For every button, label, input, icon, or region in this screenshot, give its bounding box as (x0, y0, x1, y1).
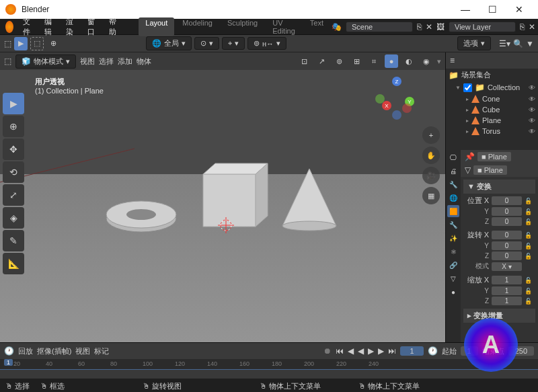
cursor-tool[interactable]: ⊕ (3, 116, 24, 137)
tl-keying[interactable]: 抠像(插帧) (37, 346, 71, 356)
shading-rendered-icon[interactable]: ◉ (420, 54, 433, 68)
outliner-item[interactable]: ▸Plane👁 (446, 115, 538, 126)
minimize-button[interactable]: — (452, 0, 479, 19)
editor-type-icon[interactable]: ⬚ (4, 39, 11, 48)
measure-tool[interactable]: 📐 (3, 253, 24, 274)
lock-icon[interactable]: 🔓 (525, 232, 533, 239)
menu-window[interactable]: 窗口 (82, 15, 102, 38)
visibility-toggle[interactable]: 👁 (529, 95, 535, 103)
visibility-toggle[interactable]: 👁 (529, 117, 535, 124)
playhead[interactable]: 1 (4, 359, 13, 366)
expand-icon[interactable]: ▼ (455, 85, 461, 91)
axis-x[interactable]: X (382, 101, 391, 110)
ptab-physics[interactable]: ⚛ (447, 245, 459, 258)
loc-x-field[interactable]: 0 (492, 196, 522, 205)
rot-z-field[interactable]: 0 (492, 251, 522, 260)
scene-selector[interactable]: Scene (346, 22, 413, 32)
ptab-data[interactable]: ▽ (447, 272, 459, 284)
scene-new-icon[interactable]: ⎘ (417, 22, 422, 32)
layer-delete-icon[interactable]: ✕ (529, 22, 535, 32)
ptab-object[interactable]: 🟧 (447, 205, 459, 217)
expand-icon[interactable]: ▸ (466, 96, 469, 102)
timeline-type-icon[interactable]: 🕐 (4, 346, 14, 356)
timeline-track[interactable] (0, 370, 538, 379)
tl-view[interactable]: 视图 (75, 346, 90, 356)
ptab-material[interactable]: ● (447, 286, 459, 298)
visibility-toggle[interactable]: 👁 (529, 128, 535, 135)
timeline-ruler[interactable]: 1 20406080100120140160180200220240 (0, 359, 538, 370)
transform-section-header[interactable]: ▼ 变换 (463, 180, 535, 194)
expand-icon[interactable]: ▸ (466, 107, 469, 113)
tl-marker[interactable]: 标记 (94, 346, 109, 356)
ptab-constraints[interactable]: 🔗 (447, 259, 459, 271)
transform-tool[interactable]: ◈ (3, 207, 24, 229)
clock-icon[interactable]: 🕐 (428, 346, 438, 356)
scale-tool[interactable]: ⤢ (3, 184, 24, 206)
expand-icon[interactable]: ▸ (466, 128, 469, 134)
menu-help[interactable]: 帮助 (104, 15, 124, 38)
tab-uv-editing[interactable]: UV Editing (266, 17, 302, 36)
viewlayer-selector[interactable]: View Layer (449, 22, 516, 32)
collection-checkbox[interactable] (463, 83, 472, 92)
zoom-button[interactable]: + (422, 126, 440, 144)
orientation-dropdown[interactable]: 🌐全局▾ (146, 36, 192, 50)
props-breadcrumb-2[interactable]: ▽ ■ Plane (461, 163, 538, 177)
maximize-button[interactable]: ☐ (479, 0, 506, 19)
rotate-tool[interactable]: ⟲ (3, 161, 24, 183)
xray-toggle-icon[interactable]: ⊞ (350, 54, 363, 68)
ptab-render[interactable]: 🖵 (447, 151, 459, 163)
move-tool[interactable]: ✥ (3, 139, 24, 160)
jump-end-icon[interactable]: ⏭ (388, 346, 396, 356)
annotate-tool[interactable]: ✎ (3, 230, 24, 251)
ptab-scene[interactable]: 🔧 (447, 178, 459, 190)
tab-layout[interactable]: Layout (139, 17, 174, 36)
play-reverse-icon[interactable]: ◀ (358, 346, 364, 356)
axis-z[interactable]: Z (392, 77, 401, 86)
outliner-item[interactable]: ▸Torus👁 (446, 126, 538, 136)
lock-icon[interactable]: 🔓 (525, 243, 533, 249)
search-icon[interactable]: 🔍 (513, 39, 523, 48)
current-frame-field[interactable]: 1 (400, 346, 423, 356)
select-tool-icon[interactable]: ⬚ (30, 37, 44, 50)
pan-button[interactable]: ✋ (422, 147, 440, 164)
lock-icon[interactable]: 🔓 (525, 219, 533, 225)
blender-icon[interactable] (5, 21, 13, 33)
cursor-tool-icon[interactable]: ▶ (14, 37, 28, 50)
menu-view[interactable]: 视图 (80, 56, 95, 67)
autokey-icon[interactable]: ⏺ (323, 346, 332, 356)
ptab-world[interactable]: 🌐 (447, 192, 459, 204)
close-button[interactable]: ✕ (506, 0, 533, 19)
gizmo-toggle-icon[interactable]: ↗ (315, 54, 328, 68)
browse-scene-icon[interactable]: 🎭 (332, 22, 342, 32)
ptab-modifiers[interactable]: 🔧 (447, 219, 459, 231)
rot-y-field[interactable]: 0 (492, 241, 522, 250)
lock-icon[interactable]: 🔓 (525, 277, 533, 284)
lock-icon[interactable]: 🔓 (525, 198, 533, 204)
pin-icon[interactable]: 📌 (465, 152, 475, 161)
rot-x-field[interactable]: 0 (492, 231, 522, 239)
jump-next-icon[interactable]: ▶ (378, 346, 384, 356)
menu-select[interactable]: 选择 (99, 56, 114, 67)
tab-text[interactable]: Text (303, 17, 330, 36)
3d-viewport[interactable]: ⬚ 🧊物体模式▾ 视图 选择 添加 物体 ⊡ ↗ ⊚ ⊞ ⌗ ● ◐ ◉ ▾ ▶… (0, 52, 445, 342)
annotate-tool-icon[interactable]: ⊕ (46, 37, 60, 50)
menu-file[interactable]: 文件 (17, 15, 38, 38)
props-breadcrumb[interactable]: 📌 ■ Plane (461, 150, 538, 163)
tl-playback[interactable]: 回放 (18, 346, 33, 356)
mode-dropdown[interactable]: 🧊物体模式▾ (15, 54, 76, 69)
select-visible-icon[interactable]: ⊡ (297, 54, 311, 68)
menu-render[interactable]: 渲染 (61, 15, 81, 38)
perspective-button[interactable]: ▦ (422, 187, 440, 204)
scale-z-field[interactable]: 1 (492, 297, 522, 305)
tab-modeling[interactable]: Modeling (176, 17, 219, 36)
filter-icon[interactable]: ☰▾ (499, 39, 510, 48)
scene-collection-row[interactable]: 📁 场景集合 (446, 69, 538, 81)
menu-edit[interactable]: 编辑 (39, 15, 59, 38)
ptab-particles[interactable]: ✨ (447, 232, 459, 244)
lock-icon[interactable]: 🔓 (525, 253, 533, 260)
lock-icon[interactable]: 🔓 (525, 208, 533, 215)
proportional-dropdown[interactable]: ⊚н↔▾ (247, 37, 286, 50)
tab-sculpting[interactable]: Sculpting (221, 17, 264, 36)
overlay-toggle-icon[interactable]: ⊚ (332, 54, 346, 68)
nav-gizmo[interactable]: Z X Y (375, 77, 418, 120)
